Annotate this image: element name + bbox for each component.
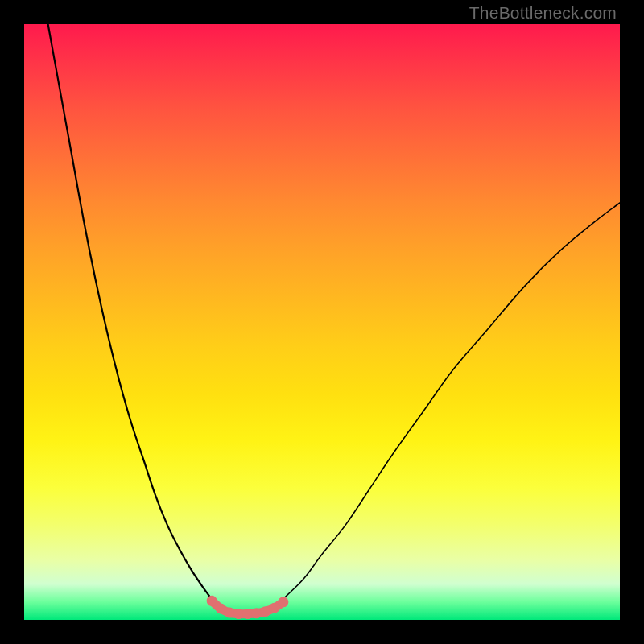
left-curve [48,24,221,608]
chart-frame: TheBottleneck.com [0,0,644,644]
valley-dot [225,608,235,618]
valley-dot [233,609,244,619]
curve-layer [24,24,620,620]
valley-dot [260,606,270,617]
valley-dot [269,603,279,613]
right-curve [275,203,620,608]
valley-marker-dots [207,596,289,619]
valley-dot [251,608,262,618]
plot-area [24,24,620,620]
valley-dot [207,596,217,606]
valley-dot [242,609,253,619]
valley-dot [278,597,288,607]
watermark-text: TheBottleneck.com [469,3,617,23]
valley-dot [216,603,226,613]
